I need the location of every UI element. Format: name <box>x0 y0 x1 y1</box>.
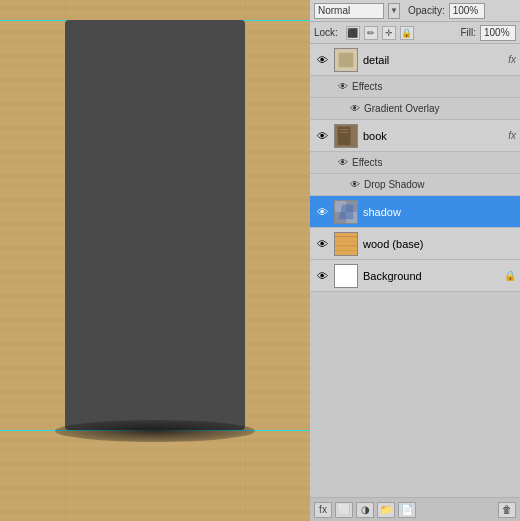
opacity-label: Opacity: <box>408 5 445 16</box>
guide-vertical-right <box>245 0 246 521</box>
layer-thumb-detail <box>334 48 358 72</box>
layers-bottom-bar: fx ⬜ ◑ 📁 📄 🗑 <box>310 497 520 521</box>
svg-rect-7 <box>335 201 346 212</box>
opacity-input[interactable]: 100% <box>449 3 485 19</box>
lock-position-btn[interactable]: ✛ <box>382 26 396 40</box>
layer-name-detail: detail <box>363 54 504 66</box>
lock-icon-background: 🔒 <box>504 270 516 282</box>
svg-rect-6 <box>335 201 357 223</box>
eye-icon-effects-detail[interactable]: 👁 <box>338 81 348 92</box>
lock-fill-bar: Lock: ⬛ ✏ ✛ 🔒 Fill: 100% <box>310 22 520 44</box>
fx-badge-book[interactable]: fx <box>508 130 516 141</box>
layer-name-shadow: shadow <box>363 206 516 218</box>
lock-all-btn[interactable]: 🔒 <box>400 26 414 40</box>
effect-drop-shadow: 👁 Drop Shadow <box>310 174 520 196</box>
eye-icon-gradient[interactable]: 👁 <box>350 103 360 114</box>
blend-opacity-bar: Normal ▼ Opacity: 100% <box>310 0 520 22</box>
eye-icon-detail[interactable]: 👁 <box>314 52 330 68</box>
eye-icon-drop-shadow[interactable]: 👁 <box>350 179 360 190</box>
layers-panel: Normal ▼ Opacity: 100% Lock: ⬛ ✏ ✛ 🔒 Fil… <box>310 0 520 521</box>
eye-icon-wood[interactable]: 👁 <box>314 236 330 252</box>
blend-mode-select[interactable]: Normal <box>314 3 384 19</box>
svg-rect-14 <box>335 265 357 287</box>
new-layer-button[interactable]: 📄 <box>398 502 416 518</box>
effects-group-book: 👁 Effects <box>310 152 520 174</box>
blend-mode-arrow[interactable]: ▼ <box>388 3 400 19</box>
layer-item-book[interactable]: 👁 book fx <box>310 120 520 152</box>
eye-icon-book[interactable]: 👁 <box>314 128 330 144</box>
effects-group-detail: 👁 Effects <box>310 76 520 98</box>
lock-transparent-btn[interactable]: ⬛ <box>346 26 360 40</box>
layer-thumb-book <box>334 124 358 148</box>
fx-badge-detail[interactable]: fx <box>508 54 516 65</box>
layer-item-background[interactable]: 👁 Background 🔒 <box>310 260 520 292</box>
eye-icon-background[interactable]: 👁 <box>314 268 330 284</box>
layer-name-wood-base: wood (base) <box>363 238 516 250</box>
add-fx-button[interactable]: fx <box>314 502 332 518</box>
delete-layer-button[interactable]: 🗑 <box>498 502 516 518</box>
lock-label: Lock: <box>314 27 338 38</box>
layers-list[interactable]: 👁 detail fx 👁 Effects 👁 Gradient Overlay… <box>310 44 520 497</box>
canvas <box>0 0 310 521</box>
svg-rect-8 <box>346 212 357 223</box>
layer-thumb-background <box>334 264 358 288</box>
effects-label-book: Effects <box>352 157 382 168</box>
eye-icon-effects-book[interactable]: 👁 <box>338 157 348 168</box>
add-mask-button[interactable]: ⬜ <box>335 502 353 518</box>
svg-rect-1 <box>339 52 354 67</box>
eye-icon-shadow[interactable]: 👁 <box>314 204 330 220</box>
layer-item-detail[interactable]: 👁 detail fx <box>310 44 520 76</box>
effect-gradient-overlay: 👁 Gradient Overlay <box>310 98 520 120</box>
adjustment-layer-button[interactable]: ◑ <box>356 502 374 518</box>
new-group-button[interactable]: 📁 <box>377 502 395 518</box>
book-shadow-shape <box>65 20 245 430</box>
layer-name-book: book <box>363 130 504 142</box>
layer-thumb-shadow <box>334 200 358 224</box>
gradient-overlay-label: Gradient Overlay <box>364 103 440 114</box>
drop-shadow-label: Drop Shadow <box>364 179 425 190</box>
effects-label-detail: Effects <box>352 81 382 92</box>
layer-name-background: Background <box>363 270 500 282</box>
fill-label: Fill: <box>460 27 476 38</box>
layer-item-shadow[interactable]: 👁 shadow <box>310 196 520 228</box>
lock-pixels-btn[interactable]: ✏ <box>364 26 378 40</box>
fill-input[interactable]: 100% <box>480 25 516 41</box>
layer-item-wood-base[interactable]: 👁 wood (base) <box>310 228 520 260</box>
layer-thumb-wood <box>334 232 358 256</box>
shadow-ellipse <box>55 420 255 442</box>
